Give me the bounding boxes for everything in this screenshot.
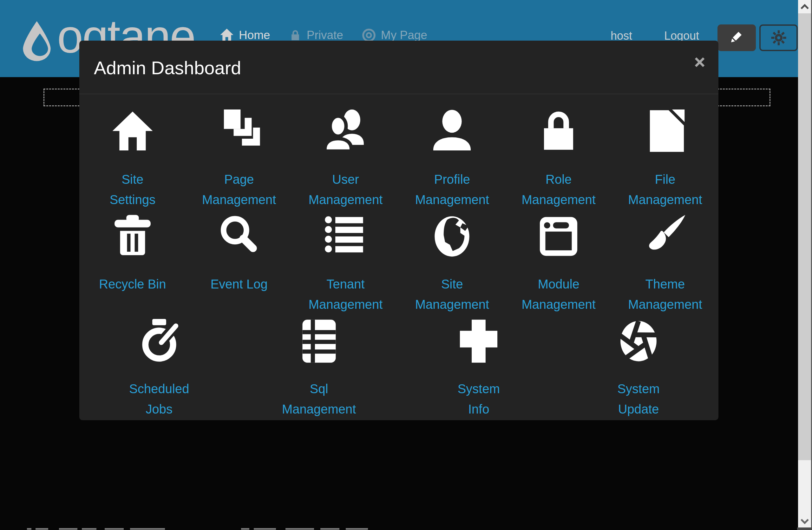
brush-icon: [643, 214, 687, 259]
tile-label-line: Recycle Bin: [99, 274, 166, 294]
tile-label-line: Update: [617, 399, 659, 419]
lock-icon: [536, 110, 581, 154]
tile-theme-management[interactable]: ThemeManagement: [612, 213, 719, 318]
edit-mode-button[interactable]: [717, 25, 756, 51]
tile-system-info[interactable]: SystemInfo: [399, 318, 559, 419]
tile-label-line: Module: [521, 274, 595, 294]
tile-file-management[interactable]: FileManagement: [612, 109, 719, 213]
tile-label-line: Role: [521, 169, 595, 189]
tile-label-line: Settings: [110, 189, 156, 210]
person-icon: [430, 110, 474, 154]
tile-label-line: Tenant: [309, 274, 382, 294]
close-icon: [693, 56, 706, 69]
tile-label-line: Site: [110, 169, 156, 189]
tile-label-line: Management: [309, 294, 382, 315]
chevron-down-icon: [800, 518, 810, 525]
tile-label-line: Management: [628, 294, 702, 315]
tile-label-line: System: [617, 378, 659, 399]
nav-item-label: Private: [307, 29, 343, 42]
tile-label-line: Management: [415, 189, 489, 210]
tile-page-management[interactable]: PageManagement: [186, 109, 292, 213]
tile-row-1: SiteSettings PageManagement: [79, 109, 719, 213]
tile-label-line: Scheduled: [129, 378, 189, 399]
pencil-icon: [729, 30, 744, 45]
nav-item-label: Home: [239, 29, 270, 42]
chevron-up-icon: [800, 3, 810, 10]
tile-label-line: User: [309, 169, 382, 189]
tile-label-line: Site: [415, 274, 489, 294]
tile-row-2: Recycle Bin Event Log: [79, 213, 719, 318]
tile-label-line: Management: [282, 399, 356, 419]
modal-body: SiteSettings PageManagement: [79, 94, 719, 419]
medical-cross-icon: [456, 319, 501, 363]
globe-icon: [430, 214, 474, 259]
close-button[interactable]: [691, 53, 709, 71]
file-icon: [643, 110, 687, 154]
tile-profile-management[interactable]: ProfileManagement: [399, 109, 505, 213]
tile-label-line: Management: [521, 294, 595, 315]
page: oqtane Home Private M: [0, 0, 812, 530]
tile-user-management[interactable]: UserManagement: [292, 109, 399, 213]
spreadsheet-icon: [297, 319, 341, 363]
tile-label-line: Info: [458, 399, 500, 419]
tile-label-line: Management: [521, 189, 595, 210]
modal-title: Admin Dashboard: [94, 57, 241, 78]
tile-label-line: Sql: [282, 378, 356, 399]
magnifying-glass-icon: [217, 214, 261, 259]
vertical-scrollbar: [798, 0, 812, 530]
gear-icon: [770, 29, 787, 46]
scroll-down-button[interactable]: [798, 514, 811, 529]
admin-dashboard-modal: Admin Dashboard SiteSettings: [79, 41, 719, 420]
layers-icon: [217, 110, 261, 154]
tile-role-management[interactable]: RoleManagement: [505, 109, 612, 213]
scroll-up-button[interactable]: [798, 0, 811, 13]
aperture-icon: [616, 319, 661, 363]
people-icon: [323, 110, 368, 154]
tile-label-line: System: [458, 378, 500, 399]
browser-icon: [536, 214, 581, 259]
tile-label-line: Management: [202, 189, 276, 210]
tile-recycle-bin[interactable]: Recycle Bin: [79, 213, 186, 318]
tile-label-line: Theme: [628, 274, 702, 294]
modal-header: Admin Dashboard: [79, 41, 719, 94]
settings-button[interactable]: [759, 25, 798, 51]
tile-event-log[interactable]: Event Log: [186, 213, 292, 318]
tile-site-management[interactable]: SiteManagement: [399, 213, 505, 318]
droplet-icon: [21, 13, 53, 69]
home-icon: [111, 110, 155, 154]
nav-item-label: My Page: [381, 29, 427, 42]
tile-label-line: Event Log: [211, 274, 268, 294]
tile-system-update[interactable]: SystemUpdate: [559, 318, 719, 419]
tile-label-line: Jobs: [129, 399, 189, 419]
clipped-bottom-content: [0, 528, 812, 530]
tile-label-line: Management: [309, 189, 382, 210]
trash-icon: [111, 214, 155, 259]
tile-label-line: File: [628, 169, 702, 189]
tile-tenant-management[interactable]: TenantManagement: [292, 213, 399, 318]
scrollbar-thumb[interactable]: [798, 13, 811, 460]
tile-scheduled-jobs[interactable]: ScheduledJobs: [79, 318, 239, 419]
tile-site-settings[interactable]: SiteSettings: [79, 109, 186, 213]
tile-label-line: Page: [202, 169, 276, 189]
tile-row-3: ScheduledJobs SqlManagement: [79, 318, 719, 419]
tile-label-line: Management: [415, 294, 489, 315]
list-icon: [323, 214, 368, 259]
tile-label-line: Management: [628, 189, 702, 210]
tile-module-management[interactable]: ModuleManagement: [505, 213, 612, 318]
timer-icon: [137, 319, 182, 363]
tile-label-line: Profile: [415, 169, 489, 189]
tile-sql-management[interactable]: SqlManagement: [239, 318, 399, 419]
